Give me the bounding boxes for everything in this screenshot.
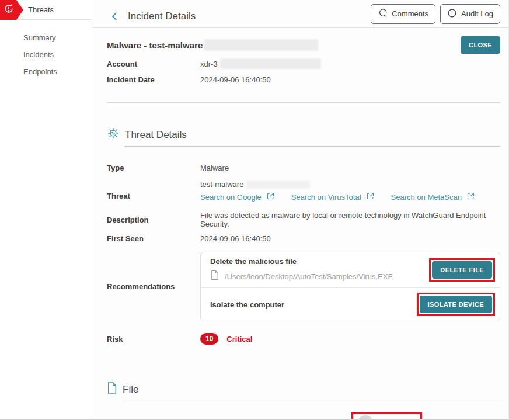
incident-title-row: Malware - test-malware CLOSE (107, 37, 500, 53)
search-virustotal-link[interactable]: Search on VirusTotal (291, 192, 375, 202)
recommendation-delete-file-info: Delete the malicious file /Users/leon/De… (210, 257, 429, 283)
audit-log-button-label: Audit Log (461, 9, 493, 18)
recommendations-row: Recommendations Delete the malicious fil… (107, 252, 500, 321)
search-google-link[interactable]: Search on Google (200, 192, 275, 202)
section-divider (107, 102, 500, 103)
highlight-box: DELETE FILE (429, 258, 495, 282)
sidebar-item-summary[interactable]: Summary (0, 29, 92, 46)
file-icon (210, 270, 219, 283)
type-label: Type (107, 164, 200, 172)
threat-value-text: test-malware (200, 180, 243, 189)
search-google-link-label: Search on Google (200, 193, 262, 202)
recommendation-delete-file: Delete the malicious file /Users/leon/De… (201, 252, 500, 287)
app-window: Threats Summary Incidents Endpoints Inci… (0, 0, 509, 420)
account-row: Account xdr-3 (107, 58, 500, 69)
description-label: Description (107, 216, 200, 224)
first-seen-label: First Seen (107, 234, 200, 243)
redacted-area (204, 39, 318, 51)
delete-file-button[interactable]: DELETE FILE (432, 261, 492, 279)
recommendation-isolate-info: Isolate the computer (210, 300, 417, 309)
first-seen-row: First Seen 2024-09-06 16:40:50 (107, 233, 500, 244)
search-virustotal-link-label: Search on VirusTotal (291, 193, 361, 202)
sidebar: Threats Summary Incidents Endpoints (0, 0, 92, 419)
risk-value: 10 Critical (200, 333, 252, 345)
recommendations-label: Recommendations (107, 282, 200, 291)
threat-value: test-malware (200, 180, 475, 189)
highlight-box: ISOLATE DEVICE (417, 293, 495, 316)
topbar: Incident Details Comments (92, 0, 508, 28)
incident-date-value: 2024-09-06 16:40:50 (200, 75, 271, 84)
sidebar-item-incidents[interactable]: Incidents (0, 46, 92, 63)
close-button[interactable]: CLOSE (461, 36, 500, 54)
external-link-icon (466, 192, 475, 202)
sidebar-title: Threats (28, 5, 54, 14)
threat-row: Threat test-malware Search on Google (107, 180, 500, 202)
account-value-text: xdr-3 (200, 60, 218, 68)
topbar-buttons: Comments Audit Log (371, 4, 500, 24)
file-actions-button[interactable] (357, 415, 374, 420)
file-section-header: File (107, 381, 500, 401)
account-value: xdr-3 (200, 58, 321, 69)
threat-search-links: Search on Google Search on VirusTotal (200, 192, 475, 202)
comment-bubble-icon (378, 8, 388, 20)
recommendation-isolate: Isolate the computer ISOLATE DEVICE (201, 287, 500, 321)
recommendation-title: Isolate the computer (210, 300, 417, 309)
threat-details-title-line: Threat Details (125, 129, 500, 147)
recommendation-title: Delete the malicious file (210, 257, 429, 266)
comments-button-label: Comments (392, 9, 428, 18)
threat-details-header: Threat Details (107, 127, 500, 147)
back-button[interactable] (110, 11, 120, 22)
description-value: File was detected as malware by local or… (200, 211, 500, 228)
risk-row: Risk 10 Critical (107, 333, 500, 345)
threat-alert-icon (3, 3, 15, 17)
clock-icon (447, 8, 457, 20)
type-row: Type Malware (107, 162, 500, 173)
risk-label: Risk (107, 335, 200, 343)
recommendation-path-line: /Users/leon/Desktop/AutoTest/Samples/Vir… (210, 270, 429, 283)
recommendations-box: Delete the malicious file /Users/leon/De… (200, 252, 500, 321)
highlight-box: Delete file (351, 412, 422, 420)
redacted-area (220, 58, 321, 69)
file-section-title: File (123, 384, 138, 395)
account-label: Account (107, 60, 200, 68)
sidebar-item-endpoints[interactable]: Endpoints (0, 63, 92, 80)
threat-label: Threat (107, 192, 200, 202)
incident-date-label: Incident Date (107, 75, 200, 84)
page-title: Incident Details (128, 11, 196, 22)
sidebar-header: Threats (0, 0, 92, 20)
document-icon (107, 381, 117, 401)
recommendation-path: /Users/leon/Desktop/AutoTest/Samples/Vir… (225, 272, 393, 281)
comments-button[interactable]: Comments (371, 4, 435, 24)
virus-icon (107, 127, 120, 147)
lightning-bolt-icon (361, 418, 369, 420)
external-link-icon (366, 192, 375, 202)
incident-date-row: Incident Date 2024-09-06 16:40:50 (107, 74, 500, 85)
search-metascan-link[interactable]: Search on MetaScan (391, 192, 475, 202)
search-metascan-link-label: Search on MetaScan (391, 193, 462, 202)
incident-summary-section: Malware - test-malware CLOSE Account xdr… (92, 37, 508, 103)
first-seen-value: 2024-09-06 16:40:50 (200, 234, 271, 243)
external-link-icon (266, 192, 275, 202)
redacted-area (246, 181, 310, 189)
risk-level: Critical (226, 335, 252, 343)
threat-details-section: Type Malware Threat test-malware Search … (92, 162, 508, 345)
threat-details-title: Threat Details (125, 129, 187, 140)
isolate-device-button[interactable]: ISOLATE DEVICE (420, 296, 492, 313)
risk-score-badge: 10 (200, 333, 218, 345)
type-value: Malware (200, 164, 229, 172)
file-title-line: File (123, 384, 500, 401)
threats-banner (0, 0, 23, 20)
sidebar-nav: Summary Incidents Endpoints (0, 20, 92, 80)
incident-title: Malware - test-malware (107, 40, 203, 50)
main-panel: Incident Details Comments (92, 0, 508, 419)
audit-log-button[interactable]: Audit Log (440, 4, 500, 24)
description-row: Description File was detected as malware… (107, 211, 500, 228)
threat-value-block: test-malware Search on Google (200, 180, 475, 202)
